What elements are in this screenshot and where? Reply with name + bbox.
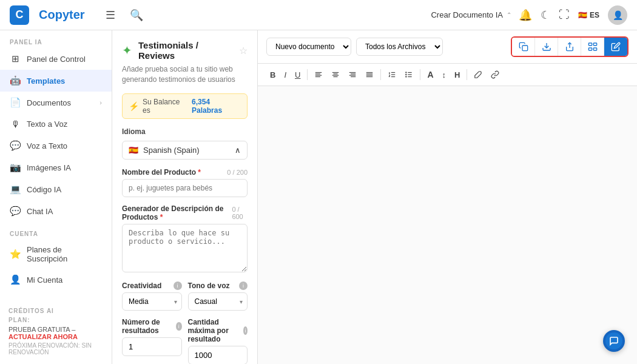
fmt-sep-1 xyxy=(307,69,308,80)
sidebar-item-label: Texto a Voz xyxy=(27,120,67,129)
form-title: Testimonials / Reviews xyxy=(138,40,233,61)
creatividad-group: Creatividad i Baja Media Alta ▾ xyxy=(122,281,182,311)
link-button[interactable] xyxy=(487,68,503,81)
svg-point-30 xyxy=(406,74,406,75)
all-files-select[interactable]: Todos los Archivos xyxy=(356,38,443,56)
tono-label: Tono de voz xyxy=(188,281,230,290)
sidebar-item-texto-voz[interactable]: 🎙 Texto a Voz xyxy=(0,113,112,135)
sidebar-item-documentos[interactable]: 📄 Documentos › xyxy=(0,92,112,113)
descripcion-field-group: Generador de Descripción de Productos * … xyxy=(122,204,248,274)
align-justify-button[interactable] xyxy=(362,68,377,81)
tono-group: Tono de voz i Formal Casual Divertido ▾ xyxy=(188,281,248,311)
plan-text: PRUEBA GRATUITA – ACTUALIZAR AHORA xyxy=(8,326,103,340)
sidebar-item-micuenta[interactable]: 👤 Mi Cuenta xyxy=(0,269,112,291)
color-button[interactable] xyxy=(470,68,486,81)
create-doc-chevron: ⌃ xyxy=(507,12,511,18)
create-doc-button[interactable]: Crear Documento IA ⌃ xyxy=(431,10,511,19)
svg-rect-5 xyxy=(588,48,592,50)
cuenta-label: CUENTA xyxy=(0,222,112,240)
descripcion-label: Generador de Descripción de Productos * xyxy=(122,204,232,221)
main-content: ✦ Testimonials / Reviews ☆ Añade prueba … xyxy=(112,30,637,364)
upgrade-link[interactable]: ACTUALIZAR AHORA xyxy=(8,333,78,340)
sidebar-item-chat[interactable]: 💬 Chat IA xyxy=(0,200,112,222)
producto-input[interactable] xyxy=(122,179,248,197)
doc-actions-group xyxy=(511,36,629,57)
resultados-input[interactable] xyxy=(122,337,182,356)
sidebar-item-label: Templates xyxy=(27,76,65,86)
align-right-button[interactable] xyxy=(345,68,360,81)
sidebar-item-codigo[interactable]: 💻 Código IA xyxy=(0,178,112,200)
share-doc-button[interactable] xyxy=(558,38,581,56)
sidebar-item-imagenes[interactable]: 📷 Imágenes IA xyxy=(0,157,112,178)
notifications-button[interactable]: 🔔 xyxy=(519,8,532,22)
copy-doc-button[interactable] xyxy=(512,38,535,56)
sidebar-item-control[interactable]: ⊞ Panel de Control xyxy=(0,48,112,70)
lang-name: Spanish (Spain) xyxy=(143,146,200,155)
new-document-select[interactable]: Nuevo documento xyxy=(266,38,351,56)
language-selector[interactable]: 🇪🇸 ES xyxy=(578,11,599,19)
underline-button[interactable]: U xyxy=(291,68,304,82)
fmt-sep-4 xyxy=(467,69,467,80)
descripcion-input[interactable] xyxy=(122,224,248,272)
align-left-button[interactable] xyxy=(311,68,326,81)
fullscreen-button[interactable]: ⛶ xyxy=(559,8,570,21)
cantidad-group: Cantidad máxima por resultado i xyxy=(188,318,248,364)
line-height-button[interactable]: ↕ xyxy=(439,68,450,82)
resultados-group: Número de resultados i xyxy=(122,318,182,364)
lang-chevron-icon: ∧ xyxy=(235,146,241,155)
sidebar-item-label: Chat IA xyxy=(27,207,53,216)
svg-rect-4 xyxy=(593,43,596,46)
edit-doc-button[interactable] xyxy=(604,38,627,56)
fmt-sep-2 xyxy=(380,69,381,80)
topnav: C Copyter ☰ 🔍 Crear Documento IA ⌃ 🔔 ☾ ⛶… xyxy=(0,0,637,30)
tono-select[interactable]: Formal Casual Divertido xyxy=(188,292,248,311)
svg-point-31 xyxy=(406,76,406,77)
plan-renewal: PRÓXIMA RENOVACIÓN: SIN RENOVACIÓN xyxy=(8,342,103,356)
language-dropdown[interactable]: 🇪🇸 Spanish (Spain) ∧ xyxy=(122,141,248,160)
documentos-icon: 📄 xyxy=(10,97,21,108)
editor-format-bar: B I U xyxy=(258,64,637,86)
favorite-icon[interactable]: ☆ xyxy=(239,45,248,56)
balance-badge: ⚡ Su Balance es 6,354 Palabras xyxy=(122,93,248,119)
download-doc-button[interactable] xyxy=(535,38,558,56)
more-doc-button[interactable] xyxy=(581,38,604,56)
imagenes-icon: 📷 xyxy=(10,162,21,173)
svg-rect-3 xyxy=(588,43,592,46)
sidebar: PANEL IA ⊞ Panel de Control 🤖 Templates … xyxy=(0,30,112,364)
list-ul-button[interactable] xyxy=(401,68,417,81)
cantidad-input[interactable] xyxy=(188,346,248,364)
tono-info-icon: i xyxy=(239,281,248,290)
sidebar-item-templates[interactable]: 🤖 Templates xyxy=(0,70,112,92)
dark-mode-button[interactable]: ☾ xyxy=(541,8,550,22)
producto-count: 0 / 200 xyxy=(227,169,248,176)
cantidad-info-icon: i xyxy=(243,326,248,335)
svg-point-29 xyxy=(406,72,406,73)
list-ol-button[interactable] xyxy=(384,68,400,81)
form-header: ✦ Testimonials / Reviews ☆ xyxy=(122,40,248,61)
sidebar-item-label: Panel de Control xyxy=(27,55,86,64)
bold-button[interactable]: B xyxy=(266,68,279,82)
sidebar-item-planes[interactable]: ⭐ Planes de Suscripción xyxy=(0,240,112,269)
creatividad-select[interactable]: Baja Media Alta xyxy=(122,292,182,311)
sidebar-item-voz-texto[interactable]: 💬 Voz a Texto xyxy=(0,135,112,157)
template-star-icon: ✦ xyxy=(122,43,132,58)
editor-body[interactable] xyxy=(258,86,637,364)
italic-button[interactable]: I xyxy=(280,68,290,82)
user-avatar[interactable]: 👤 xyxy=(608,5,627,25)
font-size-button[interactable]: A xyxy=(423,67,437,82)
panel-ia-label: PANEL IA xyxy=(0,30,112,48)
heading-button[interactable]: H xyxy=(451,68,463,82)
logo-icon: C xyxy=(10,5,29,25)
sidebar-item-label: Voz a Texto xyxy=(27,141,67,150)
align-center-button[interactable] xyxy=(328,68,343,81)
floating-action-button[interactable] xyxy=(603,330,625,352)
balance-value: 6,354 Palabras xyxy=(192,98,222,115)
menu-toggle-button[interactable]: ☰ xyxy=(102,6,119,24)
idioma-label: Idioma xyxy=(122,127,248,136)
search-button[interactable]: 🔍 xyxy=(126,6,147,24)
producto-label: Nombre del Producto * xyxy=(122,168,201,177)
planes-icon: ⭐ xyxy=(10,249,21,260)
documentos-chevron-icon: › xyxy=(99,99,102,106)
flag-icon: 🇪🇸 xyxy=(578,11,587,19)
plan-label: PLAN: xyxy=(8,317,103,323)
